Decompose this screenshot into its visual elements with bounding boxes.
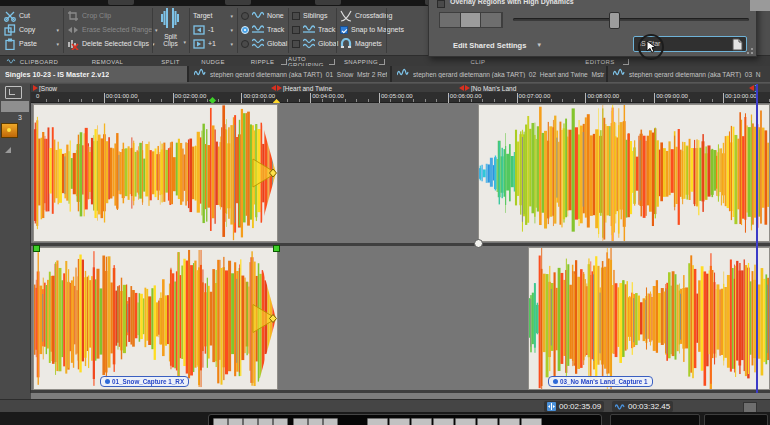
ruler-minor-tick xyxy=(115,99,116,102)
document-tab-2[interactable]: stephen gerard dietemann (aka TART)_01_S… xyxy=(189,66,390,82)
clip-handle[interactable] xyxy=(474,239,483,248)
split-clips-button[interactable]: Split Clips▾ xyxy=(152,8,189,47)
transport-button[interactable] xyxy=(308,418,323,425)
transport-button[interactable] xyxy=(389,418,410,425)
playhead-cursor[interactable] xyxy=(756,84,758,393)
transport-button[interactable] xyxy=(455,418,476,425)
ruler-minor-tick xyxy=(127,99,128,102)
track-tool-strip[interactable] xyxy=(1,101,29,112)
group-expand-icon[interactable] xyxy=(281,59,287,65)
marker-end-flag-icon xyxy=(749,85,754,91)
dynamics-slider-handle[interactable] xyxy=(609,12,620,29)
1-button[interactable]: +1▾ xyxy=(193,37,233,50)
transport-button[interactable] xyxy=(433,418,454,425)
wave-single-icon xyxy=(252,10,264,22)
document-tab-3[interactable]: stephen gerard dietemann (aka TART)_02_H… xyxy=(392,66,606,82)
ruler-minor-tick xyxy=(528,99,529,102)
audio-clip-snow-bottom[interactable] xyxy=(33,247,278,390)
transport-button[interactable] xyxy=(521,418,542,425)
waveform-icon xyxy=(397,68,409,80)
ruler-minor-tick xyxy=(253,99,254,102)
timeline-marker-no-man-s-land[interactable]: [No Man's Land xyxy=(459,84,516,92)
paste-button[interactable]: Paste▾ xyxy=(4,37,59,50)
clip-name-tag[interactable]: 01_Snow_Capture 1_RX xyxy=(100,376,189,387)
track-check[interactable]: Track xyxy=(292,23,332,36)
transport-button[interactable] xyxy=(411,418,432,425)
ruler-minor-tick xyxy=(746,99,747,102)
timeline-marker-heart-and-twine[interactable]: [Heart and Twine xyxy=(271,84,332,92)
transport-button[interactable] xyxy=(499,418,520,425)
ruler-label: 00:03:00.00 xyxy=(243,93,275,99)
transport-button[interactable] xyxy=(273,418,288,425)
checkbox-icon xyxy=(340,26,348,34)
detach-window-icon[interactable] xyxy=(5,86,22,99)
daw-window: { "toolbar": { "groups": [ {"label":"CLI… xyxy=(0,0,770,425)
timeline-ruler[interactable]: 000:01:00.0000:02:00.0000:03:00.0000:04:… xyxy=(31,92,770,103)
mouse-cursor xyxy=(646,40,658,54)
group-expand-icon[interactable] xyxy=(329,59,335,65)
record-arm-button[interactable] xyxy=(1,123,18,138)
page-icon[interactable] xyxy=(732,38,743,51)
audio-clip-snow-top[interactable] xyxy=(33,104,278,242)
ruler-label: 00:05:00.00 xyxy=(381,93,413,99)
transport-button[interactable] xyxy=(258,418,273,425)
copy-button[interactable]: Copy▾ xyxy=(4,23,59,36)
timeline-marker-snow[interactable]: [Snow xyxy=(33,84,57,92)
ruler-tick xyxy=(448,93,449,103)
ruler-minor-tick xyxy=(608,99,609,102)
display-mode-segmented-control[interactable] xyxy=(439,12,503,28)
transport-button[interactable] xyxy=(213,418,228,425)
ruler-tick xyxy=(723,93,724,103)
resize-grip-icon[interactable] xyxy=(746,47,753,54)
clip-name-tag[interactable]: 03_No Man's Land_Capture 1 xyxy=(548,376,653,387)
siblings-check[interactable]: Siblings xyxy=(292,9,332,22)
1-button[interactable]: -1▾ xyxy=(193,23,233,36)
track-divider[interactable] xyxy=(31,243,770,246)
audio-clip-nomansland-top[interactable] xyxy=(478,104,770,242)
ruler-minor-tick xyxy=(436,99,437,102)
status-strip: 00:02:35.09 00:03:32.45 xyxy=(0,399,770,412)
global-check[interactable]: Global xyxy=(292,37,332,50)
ruler-label: 00:08:00.00 xyxy=(587,93,619,99)
clip-handle[interactable] xyxy=(33,245,40,252)
cut-button[interactable]: Cut xyxy=(4,9,59,22)
edit-shared-settings-button[interactable]: Edit Shared Settings ▼ xyxy=(453,38,542,52)
transport-button[interactable] xyxy=(477,418,498,425)
magnets-button[interactable]: Magnets xyxy=(340,37,382,50)
marker-lane[interactable]: [Snow[Heart and Twine[No Man's Land] xyxy=(0,84,770,92)
ruler-minor-tick xyxy=(138,99,139,102)
document-tab-1[interactable]: Singles 10-23 - IS Master 2.v12 xyxy=(0,66,187,82)
titlebar-corner-button[interactable] xyxy=(750,0,770,11)
group-split: Split Clips▾ xyxy=(152,6,189,55)
group-expand-icon[interactable] xyxy=(623,59,629,65)
transport-button[interactable] xyxy=(243,418,258,425)
target-button[interactable]: Target▾ xyxy=(193,9,233,22)
document-tab-4[interactable]: stephen gerard dietemann (aka TART)_03_N xyxy=(608,66,770,82)
ruler-minor-tick xyxy=(287,99,288,102)
transport-button[interactable] xyxy=(293,418,308,425)
delete-selected-clips-button[interactable]: Delete Selected Clips▾ xyxy=(67,37,148,50)
expand-triangle-icon[interactable] xyxy=(5,147,11,153)
none-radio[interactable]: None xyxy=(241,9,284,22)
global-radio[interactable]: Global xyxy=(241,37,284,50)
snap-to-magnets-check[interactable]: Snap to Magnets xyxy=(340,23,382,36)
ruler-minor-tick xyxy=(631,99,632,102)
transport-button[interactable] xyxy=(228,418,243,425)
clip-handle[interactable] xyxy=(273,245,280,252)
ruler-label: 00:09:00.00 xyxy=(656,93,688,99)
ruler-minor-tick xyxy=(677,99,678,102)
audio-clip-nomansland-bottom[interactable] xyxy=(528,247,770,390)
wave-global-icon xyxy=(303,38,315,50)
track-header-panel: 3 xyxy=(0,84,31,412)
ruler-minor-tick xyxy=(161,99,162,102)
group-expand-icon[interactable] xyxy=(379,59,385,65)
transport-button[interactable] xyxy=(323,418,338,425)
dynamics-slider-track[interactable] xyxy=(513,18,749,21)
track-radio[interactable]: Track xyxy=(241,23,284,36)
crossfading-button[interactable]: Crossfading xyxy=(340,9,382,22)
selection-time-display: 00:03:32.45 xyxy=(612,401,673,412)
overlay-regions-checkbox[interactable] xyxy=(437,0,445,8)
ruler-minor-tick xyxy=(734,99,735,102)
arrange-area[interactable]: 01_Snow_Capture 1_RX03_No Man's Land_Cap… xyxy=(31,103,770,393)
transport-button[interactable] xyxy=(367,418,388,425)
